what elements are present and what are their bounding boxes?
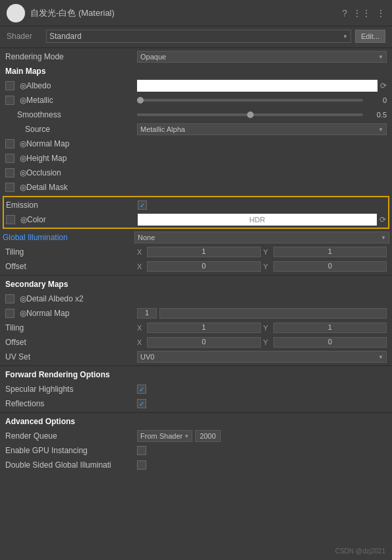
rendering-mode-dropdown[interactable]: Opaque ▼ [137,51,387,63]
metallic-checkbox[interactable] [5,96,14,105]
specular-checkbox[interactable]: ✓ [137,385,146,394]
metallic-slider-container: 0 [137,96,387,104]
metallic-slider-track[interactable] [137,99,363,102]
emission-label: Emission [6,201,138,210]
double-sided-checkbox[interactable] [137,460,146,470]
gi-dropdown[interactable]: None ▼ [134,232,389,243]
render-queue-right: From Shader ▼ 2000 [137,430,387,442]
help-icon[interactable]: ? [342,8,347,18]
tiling-x-label: X [137,248,145,256]
divider-1 [0,47,392,48]
albedo-checkbox[interactable] [5,81,14,90]
specular-row: Specular Highlights ✓ [0,382,392,396]
rq-dropdown-value: From Shader [140,432,182,440]
offset-y-input[interactable]: 0 [273,261,387,272]
render-queue-row: Render Queue From Shader ▼ 2000 [0,429,392,443]
secondary-tiling-x-input[interactable]: 1 [147,323,261,333]
smoothness-slider-track[interactable] [137,113,363,116]
shader-value: Standard [49,32,82,41]
tiling-y-box: Y 1 [264,247,387,257]
offset-label: Offset [5,262,137,271]
double-sided-label: Double Sided Global Illuminati [5,460,137,470]
shader-row: Shader Standard ▼ Edit... [0,26,392,46]
main-maps-section: Main Maps [0,64,392,78]
smoothness-value: 0.5 [367,111,387,119]
tiling-x-input[interactable]: 1 [147,247,261,257]
uv-set-label: UV Set [5,352,137,361]
detail-mask-checkbox[interactable] [5,183,14,192]
detail-mask-row: ◎Detail Mask [0,180,392,195]
occlusion-checkbox[interactable] [5,168,14,177]
forward-rendering-title: Forward Rendering Options [5,370,110,379]
settings-icon[interactable]: ⋮⋮ [352,8,371,18]
offset-y-label: Y [264,263,271,270]
metallic-slider-thumb[interactable] [137,97,144,104]
height-map-checkbox[interactable] [5,154,14,163]
tiling-y-input[interactable]: 1 [273,247,387,257]
main-maps-title: Main Maps [5,67,45,76]
gpu-instancing-label: Enable GPU Instancing [5,446,137,455]
specular-check-mark: ✓ [139,386,144,393]
reflections-checkbox[interactable]: ✓ [137,399,146,408]
secondary-maps-title: Secondary Maps [5,280,68,289]
tiling-row: Tiling X 1 Y 1 [0,245,392,259]
emission-color-label: ◎Color [6,215,138,224]
offset-x-input[interactable]: 0 [147,261,261,272]
secondary-tiling-y-input[interactable]: 1 [273,323,387,333]
gpu-instancing-checkbox[interactable] [137,446,146,455]
gi-label[interactable]: Global Illumination [3,233,68,242]
secondary-offset-x-input[interactable]: 0 [147,337,261,348]
detail-albedo-checkbox[interactable] [5,294,14,303]
source-row: Source Metallic Alpha ▼ [0,122,392,137]
gpu-instancing-row: Enable GPU Instancing [0,443,392,458]
secondary-normal-value[interactable]: 1 [137,308,157,319]
albedo-pick-icon[interactable]: ⟳ [380,81,387,90]
specular-label: Specular Highlights [5,385,137,394]
offset-row: Offset X 0 Y 0 [0,259,392,274]
height-map-label: ◎Height Map [5,154,137,163]
smoothness-slider-thumb[interactable] [247,111,254,118]
title-bar: 自发光-白色 (Material) ? ⋮⋮ ⋮ [0,0,392,26]
smoothness-row: Smoothness 0.5 [0,108,392,122]
title-icons: ? ⋮⋮ ⋮ [342,8,385,18]
tiling-label: Tiling [5,247,137,257]
edit-button[interactable]: Edit... [355,30,385,43]
secondary-maps-section: Secondary Maps [0,277,392,292]
secondary-normal-bar[interactable] [159,308,387,319]
shader-dropdown[interactable]: Standard ▼ [46,30,351,43]
detail-albedo-label: ◎Detail Albedo x2 [5,294,137,303]
normal-map-row: ◎Normal Map [0,137,392,151]
emission-checkbox[interactable]: ✓ [138,201,147,210]
emission-color-row: ◎Color HDR ⟳ [6,212,386,227]
uv-set-dropdown[interactable]: UV0 ▼ [137,351,387,363]
secondary-normal-checkbox[interactable] [5,309,14,318]
secondary-tiling-row: Tiling X 1 Y 1 [0,321,392,335]
occlusion-row: ◎Occlusion [0,166,392,180]
offset-y-box: Y 0 [264,261,387,272]
more-icon[interactable]: ⋮ [376,8,385,18]
shader-dropdown-arrow: ▼ [343,34,348,40]
divider-4 [0,412,392,413]
emission-pick-icon[interactable]: ⟳ [379,215,386,224]
emission-check-mark: ✓ [140,202,145,209]
normal-map-checkbox[interactable] [5,139,14,148]
emission-color-checkbox[interactable] [6,215,15,224]
reflections-row: Reflections ✓ [0,396,392,411]
avatar [7,4,25,22]
emission-check-area: ✓ [138,201,386,210]
secondary-offset-x-label: X [137,338,145,346]
normal-map-label: ◎Normal Map [5,139,137,148]
tiling-y-label: Y [264,248,271,256]
emission-color-bar[interactable]: HDR [138,214,377,226]
source-dropdown[interactable]: Metallic Alpha ▼ [137,123,387,135]
secondary-tiling-x-label: X [137,324,145,332]
render-queue-value[interactable]: 2000 [195,430,220,442]
detail-mask-label: ◎Detail Mask [5,183,137,192]
albedo-color-bar[interactable] [137,80,378,92]
rendering-mode-value: Opaque [140,53,166,61]
offset-x-label: X [137,263,145,270]
divider-3 [0,365,392,366]
render-queue-dropdown[interactable]: From Shader ▼ [137,430,192,442]
secondary-offset-y-input[interactable]: 0 [273,337,387,348]
watermark: CSDN @dzj2021 [335,547,385,555]
